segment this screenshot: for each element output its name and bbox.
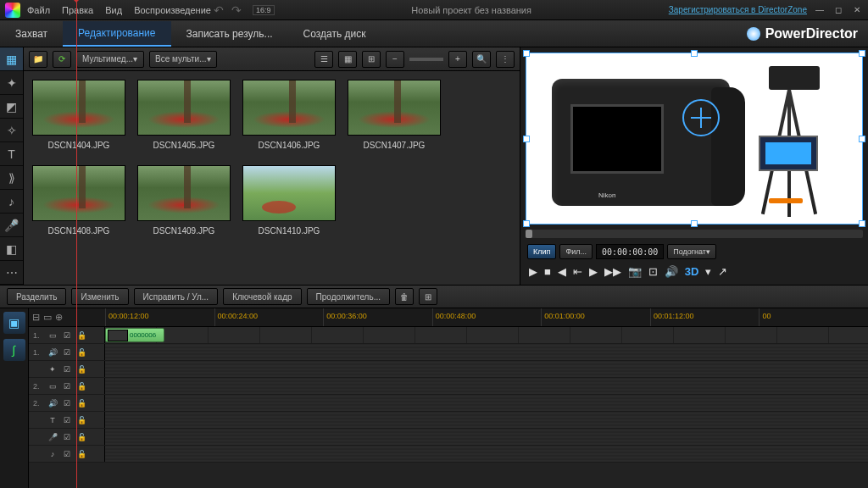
room-chapter[interactable]: ◧: [0, 237, 23, 261]
timeline-view-button[interactable]: ▣: [3, 312, 25, 334]
resize-handle[interactable]: [523, 220, 530, 227]
track-visible-toggle[interactable]: ☑: [62, 331, 72, 340]
fit-button[interactable]: Подогнат▾: [667, 244, 716, 259]
track-header[interactable]: 2.🔊☑🔓: [29, 395, 105, 411]
track-lock-toggle[interactable]: 🔓: [76, 382, 86, 391]
tab-edit[interactable]: Редактирование: [63, 21, 170, 47]
track-lane[interactable]: [105, 429, 868, 445]
preview-settings-button[interactable]: ▾: [705, 265, 711, 278]
track-lock-toggle[interactable]: 🔓: [76, 450, 86, 458]
room-pip[interactable]: ◩: [0, 95, 23, 119]
track-header[interactable]: ♪☑🔓: [29, 446, 105, 462]
more-button[interactable]: ⊞: [419, 288, 437, 305]
tab-disc[interactable]: Создать диск: [288, 22, 381, 46]
track-header[interactable]: 2.▭☑🔓: [29, 378, 105, 394]
track-lane[interactable]: [105, 446, 868, 462]
maximize-button[interactable]: ◻: [832, 5, 844, 15]
room-transition[interactable]: ⟫: [0, 166, 23, 190]
resize-handle[interactable]: [523, 136, 530, 142]
mode-film-button[interactable]: Фил...: [559, 244, 593, 259]
preview-canvas[interactable]: Nikon: [526, 53, 863, 225]
3d-button[interactable]: 3D: [685, 265, 699, 278]
media-thumbnail[interactable]: DSCN1409.JPG: [137, 165, 231, 236]
import-button[interactable]: 📁: [29, 51, 47, 68]
track-lock-toggle[interactable]: 🔓: [76, 348, 86, 357]
track-lane[interactable]: 0000006: [105, 327, 868, 343]
undo-button[interactable]: ↶: [214, 3, 224, 17]
track-visible-toggle[interactable]: ☑: [62, 416, 72, 424]
room-title[interactable]: T: [0, 142, 23, 166]
track-collapse-icon[interactable]: ⊟: [32, 312, 40, 323]
room-audio[interactable]: ♪: [0, 190, 23, 214]
delete-button[interactable]: 🗑: [395, 288, 414, 305]
track-lock-toggle[interactable]: 🔓: [76, 365, 86, 374]
track-view-icon[interactable]: ▭: [43, 312, 52, 323]
play-button[interactable]: ▶: [529, 265, 537, 278]
split-button[interactable]: Разделить: [7, 288, 66, 305]
timeline-marker-button[interactable]: ∫: [3, 339, 25, 361]
zoom-out-button[interactable]: −: [386, 51, 404, 68]
resize-handle[interactable]: [523, 50, 530, 57]
view-detail-button[interactable]: ⊞: [362, 51, 381, 68]
stop-button[interactable]: ■: [544, 265, 551, 278]
room-voice[interactable]: 🎤: [0, 214, 23, 237]
timeline-clip[interactable]: 0000006: [105, 328, 164, 342]
timeline-ruler[interactable]: ⊟ ▭ ⊕ 00:00:12:0000:00:24:0000:00:36:000…: [29, 308, 868, 327]
modify-button[interactable]: Изменить: [71, 288, 128, 305]
redo-button[interactable]: ↷: [231, 3, 242, 17]
track-header[interactable]: 🎤☑🔓: [29, 429, 105, 445]
close-button[interactable]: ✕: [851, 5, 863, 15]
step-fwd-button[interactable]: ▶: [589, 265, 598, 278]
room-fx[interactable]: ✦: [0, 71, 23, 95]
search-icon[interactable]: 🔍: [472, 51, 491, 68]
thumb-size-slider[interactable]: [409, 58, 443, 61]
playhead[interactable]: [76, 327, 77, 488]
track-add-icon[interactable]: ⊕: [55, 312, 63, 323]
track-lane[interactable]: [105, 395, 868, 411]
media-thumbnail[interactable]: DSCN1410.JPG: [242, 165, 336, 236]
timecode-display[interactable]: 00:00:00:00: [596, 244, 664, 259]
track-visible-toggle[interactable]: ☑: [62, 433, 72, 441]
track-header[interactable]: 1.▭☑🔓: [29, 327, 105, 343]
track-lock-toggle[interactable]: 🔓: [76, 433, 86, 441]
snapshot-button[interactable]: 📷: [628, 265, 642, 278]
track-header[interactable]: ✦☑🔓: [29, 361, 105, 377]
track-lane[interactable]: [105, 412, 868, 428]
keyframe-button[interactable]: Ключевой кадр: [223, 288, 301, 305]
library-menu-button[interactable]: ⋮: [496, 51, 515, 68]
track-header[interactable]: T☑🔓: [29, 412, 105, 428]
fix-button[interactable]: Исправить / Ул...: [134, 288, 219, 305]
track-visible-toggle[interactable]: ☑: [62, 382, 72, 391]
room-subtitle[interactable]: ⋯: [0, 261, 23, 285]
track-visible-toggle[interactable]: ☑: [62, 399, 72, 408]
room-media[interactable]: ▦: [0, 47, 23, 71]
track-lock-toggle[interactable]: 🔓: [76, 399, 86, 408]
resize-handle[interactable]: [691, 220, 698, 227]
media-thumbnail[interactable]: DSCN1407.JPG: [348, 80, 441, 150]
resize-handle[interactable]: [859, 50, 865, 57]
view-grid-button[interactable]: ▦: [338, 51, 357, 68]
duration-button[interactable]: Продолжитель...: [307, 288, 390, 305]
zoom-in-button[interactable]: +: [448, 51, 467, 68]
tab-capture[interactable]: Захват: [0, 22, 63, 46]
track-visible-toggle[interactable]: ☑: [62, 365, 72, 374]
media-thumbnail[interactable]: DSCN1408.JPG: [32, 165, 125, 236]
track-lock-toggle[interactable]: 🔓: [76, 416, 86, 424]
track-lock-toggle[interactable]: 🔓: [76, 331, 86, 340]
menu-view[interactable]: Вид: [105, 5, 122, 15]
media-thumbnail[interactable]: DSCN1405.JPG: [137, 80, 231, 150]
menu-file[interactable]: Файл: [27, 5, 50, 15]
minimize-button[interactable]: —: [814, 5, 826, 15]
register-link[interactable]: Зарегистрироваться в DirectorZone: [669, 5, 807, 14]
mode-clip-button[interactable]: Клип: [527, 244, 556, 259]
library-media-dropdown[interactable]: Все мульти... ▾: [149, 51, 217, 68]
track-visible-toggle[interactable]: ☑: [62, 348, 72, 357]
loop-button[interactable]: ⊡: [648, 265, 658, 278]
track-lane[interactable]: [105, 378, 868, 394]
download-button[interactable]: ⟳: [53, 51, 71, 68]
menu-playback[interactable]: Воспроизведение: [134, 5, 211, 15]
step-back-button[interactable]: ⇤: [573, 265, 582, 278]
resize-handle[interactable]: [859, 136, 865, 142]
prev-frame-button[interactable]: ◀: [558, 265, 566, 278]
track-header[interactable]: 1.🔊☑🔓: [29, 344, 105, 360]
